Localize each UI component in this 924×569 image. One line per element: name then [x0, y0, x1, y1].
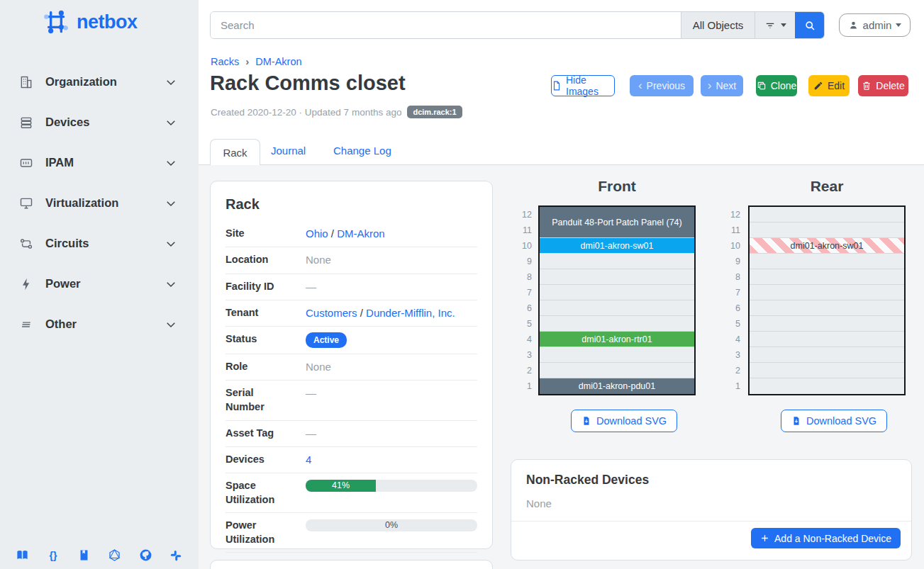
- site-link[interactable]: DM-Akron: [337, 227, 385, 240]
- global-search-group: All Objects: [210, 11, 825, 39]
- breadcrumb-site-link[interactable]: DM-Akron: [255, 56, 301, 67]
- sidebar-item-devices[interactable]: Devices: [0, 102, 199, 142]
- copy-icon: [757, 81, 767, 91]
- delete-label: Delete: [876, 80, 904, 91]
- role-value: None: [306, 360, 477, 374]
- graphql-icon[interactable]: [108, 548, 121, 562]
- main-area: All Objects admin Racks: [199, 0, 924, 569]
- rack-slot-empty: [750, 332, 904, 347]
- rear-download-svg-button[interactable]: Download SVG: [781, 410, 887, 432]
- sidebar-item-circuits[interactable]: Circuits: [0, 223, 199, 264]
- rack-slot-device[interactable]: dmi01-akron-sw01: [540, 238, 694, 254]
- rack-slot-empty: [750, 347, 904, 363]
- rack-slot-empty: [750, 300, 904, 316]
- edit-label: Edit: [828, 80, 845, 91]
- tab-journal[interactable]: Journal: [271, 145, 306, 157]
- add-non-racked-device-button[interactable]: Add a Non-Racked Device: [751, 528, 901, 548]
- previous-button[interactable]: ‹ Previous: [630, 75, 694, 96]
- rack-slot-empty: [750, 254, 904, 269]
- sidebar-item-label: Other: [45, 317, 77, 331]
- sidebar-item-ipam[interactable]: IPAM: [0, 142, 199, 183]
- sidebar-item-power[interactable]: Power: [0, 264, 199, 304]
- search-filter-button[interactable]: [755, 12, 795, 38]
- previous-label: Previous: [647, 80, 685, 91]
- caret-down-icon: [896, 23, 901, 27]
- add-non-racked-device-label: Add a Non-Racked Device: [774, 533, 891, 544]
- tenant-link[interactable]: Dunder-Mifflin, Inc.: [366, 307, 455, 319]
- netbox-rack-page: netbox Organization: [0, 0, 924, 569]
- rack-slot-device[interactable]: Panduit 48-Port Patch Panel (74): [540, 207, 694, 238]
- api-docs-book-icon[interactable]: [77, 548, 91, 562]
- chevron-down-icon: [165, 237, 177, 250]
- search-input[interactable]: [211, 12, 681, 38]
- chevron-down-icon: [165, 197, 177, 210]
- github-icon[interactable]: [139, 548, 152, 562]
- rack-slot-device[interactable]: dmi01-akron-sw01: [750, 238, 904, 254]
- rack-slot-empty: [540, 285, 694, 300]
- tab-rack[interactable]: Rack: [210, 139, 260, 165]
- search-scope-button[interactable]: All Objects: [681, 12, 755, 38]
- sidebar-item-virtualization[interactable]: Virtualization: [0, 183, 199, 223]
- rack-slot-empty: [750, 316, 904, 332]
- download-file-icon: [791, 416, 801, 426]
- non-racked-devices-body: None: [511, 488, 911, 521]
- api-braces-icon[interactable]: {}: [46, 548, 60, 562]
- edit-button[interactable]: Edit: [808, 75, 850, 96]
- organization-icon: [19, 75, 33, 89]
- sidebar-item-label: IPAM: [45, 156, 74, 169]
- sidebar-item-organization[interactable]: Organization: [0, 62, 199, 102]
- rack-card-title: Rack: [226, 181, 477, 213]
- caret-down-icon: [781, 23, 786, 27]
- devices-count-link[interactable]: 4: [306, 453, 311, 466]
- delete-button[interactable]: Delete: [858, 75, 908, 96]
- next-button[interactable]: › Next: [701, 75, 743, 96]
- rack-slot-device[interactable]: dmi01-akron-rtr01: [540, 332, 694, 347]
- non-racked-devices-footer: Add a Non-Racked Device: [511, 521, 911, 554]
- breadcrumb-racks-link[interactable]: Racks: [211, 56, 239, 67]
- rack-slot-empty: [750, 363, 904, 378]
- ipam-icon: [19, 156, 33, 170]
- sidebar-item-label: Circuits: [45, 237, 89, 250]
- breadcrumb: Racks › DM-Akron: [211, 55, 302, 67]
- site-region-link[interactable]: Ohio: [306, 227, 328, 240]
- front-rack-elevation: Panduit 48-Port Patch Panel (74) dmi01-a…: [538, 205, 696, 395]
- rack-slot-device[interactable]: dmi01-akron-pdu01: [540, 378, 694, 394]
- chevron-down-icon: [165, 278, 177, 291]
- attr-row-status: Status Active: [226, 327, 477, 354]
- attr-row-asset-tag: Asset Tag —: [226, 421, 477, 447]
- power-utilization-label: 0%: [306, 519, 477, 531]
- netbox-logo[interactable]: netbox: [41, 7, 199, 37]
- tab-change-log[interactable]: Change Log: [333, 145, 391, 157]
- rear-elevation-title: Rear: [748, 178, 906, 195]
- chevron-right-icon: ›: [245, 55, 249, 67]
- docs-book-icon[interactable]: [16, 548, 29, 562]
- chevron-down-icon: [165, 116, 177, 129]
- front-download-svg-button[interactable]: Download SVG: [571, 410, 677, 432]
- chevron-down-icon: [165, 76, 177, 89]
- chevron-right-icon: ›: [708, 79, 712, 91]
- attr-row-site: Site Ohio / DM-Akron: [226, 221, 477, 247]
- sidebar-item-other[interactable]: Other: [0, 304, 199, 344]
- front-unit-numbers: 12 11 10 9 8 7 6 5 4 3 2 1: [503, 207, 532, 394]
- attr-row-space-utilization: Space Utilization 41%: [226, 473, 477, 513]
- sidebar-item-label: Power: [45, 277, 81, 291]
- next-label: Next: [716, 80, 736, 91]
- sidebar-item-label: Organization: [45, 75, 117, 89]
- clone-label: Clone: [771, 80, 797, 91]
- hide-images-button[interactable]: Hide Images: [551, 75, 615, 96]
- other-icon: [19, 317, 33, 332]
- search-submit-button[interactable]: [795, 12, 824, 38]
- location-value: None: [306, 253, 477, 267]
- rack-slot-empty: [540, 300, 694, 316]
- attr-row-serial-number: Serial Number —: [226, 381, 477, 420]
- user-menu-button[interactable]: admin: [839, 13, 911, 37]
- image-file-icon: [552, 81, 562, 91]
- slack-icon[interactable]: [169, 548, 183, 562]
- meta-text: Created 2020-12-20 · Updated 7 months ag…: [211, 107, 401, 118]
- chevron-left-icon: ‹: [638, 79, 642, 91]
- rear-rack-elevation: dmi01-akron-sw01: [748, 205, 906, 395]
- attr-row-devices: Devices 4: [226, 447, 477, 473]
- rack-slot-empty: [540, 347, 694, 363]
- tenant-group-link[interactable]: Customers: [306, 307, 357, 319]
- clone-button[interactable]: Clone: [756, 75, 797, 96]
